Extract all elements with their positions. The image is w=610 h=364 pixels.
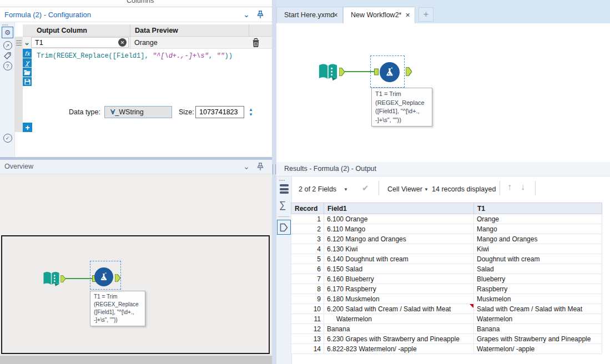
- close-tab-icon[interactable]: ✕: [405, 12, 410, 19]
- connection-line[interactable]: [65, 278, 93, 279]
- field1-cell[interactable]: 6.230 Grapes with Strawberry and Pineapp…: [324, 334, 474, 344]
- t1-cell[interactable]: Watermelon: [474, 314, 602, 324]
- record-cell[interactable]: 5: [291, 254, 324, 264]
- open-folder-icon[interactable]: [23, 68, 32, 77]
- table-row[interactable]: 26.110 MangoMango: [291, 224, 602, 234]
- fx-icon[interactable]: fx: [23, 49, 32, 58]
- table-row[interactable]: 36.120 Mango and OrangesMango and Orange…: [291, 234, 602, 244]
- table-row[interactable]: 66.150 SaladSalad: [291, 264, 602, 274]
- t1-cell[interactable]: Kiwi: [474, 244, 602, 254]
- text-input-tool-mini[interactable]: [42, 270, 61, 288]
- metadata-sigma-icon[interactable]: ∑: [279, 200, 286, 211]
- formula-tool[interactable]: [380, 62, 400, 82]
- record-cell[interactable]: 1: [291, 214, 324, 224]
- panel-grip-icon[interactable]: [273, 164, 276, 174]
- record-cell[interactable]: 10: [291, 304, 324, 314]
- fields-dropdown[interactable]: 2 of 2 Fields: [299, 185, 336, 193]
- pin-icon[interactable]: [256, 11, 264, 19]
- apply-check-icon[interactable]: ✔: [362, 183, 369, 193]
- table-row[interactable]: 11 WatermelonWatermelon: [291, 314, 602, 324]
- field1-cell[interactable]: 6.150 Salad: [324, 264, 474, 274]
- field1-cell[interactable]: Banana: [324, 324, 474, 334]
- record-cell[interactable]: 12: [291, 324, 324, 334]
- field1-cell[interactable]: 6.180 Muskmelon: [324, 294, 474, 304]
- overview-viewport[interactable]: T1 = Trim(REGEX_Replace([Field1], "^[\d+…: [1, 235, 270, 354]
- record-cell[interactable]: 2: [291, 224, 324, 234]
- workflow-canvas[interactable]: T1 = Trim(REGEX_Replace([Field1], "^[\d+…: [276, 23, 610, 162]
- help-icon[interactable]: ?: [2, 60, 13, 72]
- close-tab-icon[interactable]: ✕: [333, 12, 338, 19]
- dropdown-caret-icon[interactable]: ▼: [424, 187, 428, 192]
- t1-cell[interactable]: Doughnut with cream: [474, 254, 602, 264]
- performance-icon[interactable]: ↗: [2, 39, 13, 51]
- table-row[interactable]: 96.180 MuskmelonMuskmelon: [291, 294, 602, 304]
- clear-field-icon[interactable]: ✕: [118, 38, 127, 47]
- add-column-button[interactable]: +: [23, 123, 32, 132]
- formula-tool-mini[interactable]: [94, 267, 113, 286]
- t1-cell[interactable]: Mango: [474, 224, 602, 234]
- output-field-row[interactable]: ⌄ ✕ Orange: [23, 37, 272, 49]
- field1-column-header[interactable]: Field1: [324, 203, 474, 214]
- record-cell[interactable]: 11: [291, 314, 324, 324]
- record-cell[interactable]: 4: [291, 244, 324, 254]
- record-cell[interactable]: 8: [291, 284, 324, 294]
- t1-cell[interactable]: Salad with Cream / Salad with Meat: [474, 304, 602, 314]
- cell-viewer-dropdown[interactable]: Cell Viewer: [387, 185, 422, 193]
- table-row[interactable]: 46.130 KiwiKiwi: [291, 244, 602, 254]
- output-anchor-icon[interactable]: [115, 274, 120, 282]
- scroll-up-arrow-icon[interactable]: ↑: [507, 182, 512, 192]
- t1-cell[interactable]: Raspberry: [474, 284, 602, 294]
- dropdown-caret-icon[interactable]: ▼: [344, 187, 348, 192]
- record-cell[interactable]: 3: [291, 234, 324, 244]
- data-view-icon[interactable]: [277, 220, 291, 235]
- table-row[interactable]: 12BananaBanana: [291, 324, 602, 334]
- record-cell[interactable]: 13: [291, 334, 324, 344]
- collapse-chevron-icon[interactable]: ⌄: [243, 162, 250, 171]
- t1-cell[interactable]: Mango and Oranges: [474, 234, 602, 244]
- field1-cell[interactable]: 6.822-823 Watermelon/ -apple: [324, 344, 474, 354]
- t1-column-header[interactable]: T1: [474, 203, 602, 214]
- field1-cell[interactable]: 6.160 Blueberry: [324, 274, 474, 284]
- expression-editor[interactable]: Trim(REGEX_Replace([Field1], "^[\d+.,-]+…: [32, 49, 272, 103]
- tab-new-workflow2[interactable]: New Workflow2* ✕: [343, 7, 415, 23]
- field1-cell[interactable]: 6.120 Mango and Oranges: [324, 234, 474, 244]
- size-input[interactable]: [195, 106, 244, 118]
- variables-icon[interactable]: χ: [23, 58, 32, 67]
- record-column-header[interactable]: Record: [291, 203, 324, 214]
- table-view-icon[interactable]: [280, 184, 289, 195]
- t1-cell[interactable]: Salad: [474, 264, 602, 274]
- text-input-tool[interactable]: [317, 62, 339, 83]
- pin-icon[interactable]: [256, 163, 264, 171]
- collapse-chevron-icon[interactable]: ⌄: [243, 10, 250, 19]
- overview-scrollbar[interactable]: [0, 356, 272, 364]
- row-expand-chevron-icon[interactable]: ⌄: [24, 38, 30, 47]
- gear-icon[interactable]: ⚙: [2, 27, 13, 38]
- vertical-splitter[interactable]: [272, 0, 276, 364]
- t1-cell[interactable]: Muskmelon: [474, 294, 602, 304]
- new-tab-button[interactable]: +: [419, 7, 433, 22]
- field1-cell[interactable]: 6.100 Orange: [324, 214, 474, 224]
- row-grip-icon[interactable]: [16, 39, 22, 47]
- delete-row-trash-icon[interactable]: [251, 38, 260, 48]
- record-cell[interactable]: 14: [291, 344, 324, 354]
- record-cell[interactable]: 7: [291, 274, 324, 284]
- table-row[interactable]: 16.100 OrangeOrange: [291, 214, 602, 224]
- check-icon[interactable]: ✓: [2, 132, 13, 144]
- table-row[interactable]: 86.170 RaspberryRaspberry: [291, 284, 602, 294]
- save-icon[interactable]: [23, 77, 32, 86]
- t1-cell[interactable]: Blueberry: [474, 274, 602, 284]
- record-cell[interactable]: 6: [291, 264, 324, 274]
- data-type-dropdown[interactable]: V_WString ▼: [104, 106, 172, 118]
- scroll-down-arrow-icon[interactable]: ↓: [521, 182, 525, 192]
- table-row[interactable]: 76.160 BlueberryBlueberry: [291, 274, 602, 284]
- output-column-input[interactable]: [31, 37, 129, 48]
- field1-cell[interactable]: 6.140 Doughnut with cream: [324, 254, 474, 264]
- t1-cell[interactable]: Grapes with Strawberry and Pineapple: [474, 334, 602, 344]
- tab-start-here[interactable]: Start Here.yxmd ✕: [276, 7, 343, 23]
- output-anchor-icon[interactable]: [61, 275, 65, 282]
- t1-cell[interactable]: Banana: [474, 324, 602, 334]
- t1-cell[interactable]: Orange: [474, 214, 602, 224]
- field1-cell[interactable]: Watermelon: [324, 314, 474, 324]
- field1-cell[interactable]: 6.110 Mango: [324, 224, 474, 234]
- table-row[interactable]: 106.200 Salad with Cream / Salad with Me…: [291, 304, 602, 314]
